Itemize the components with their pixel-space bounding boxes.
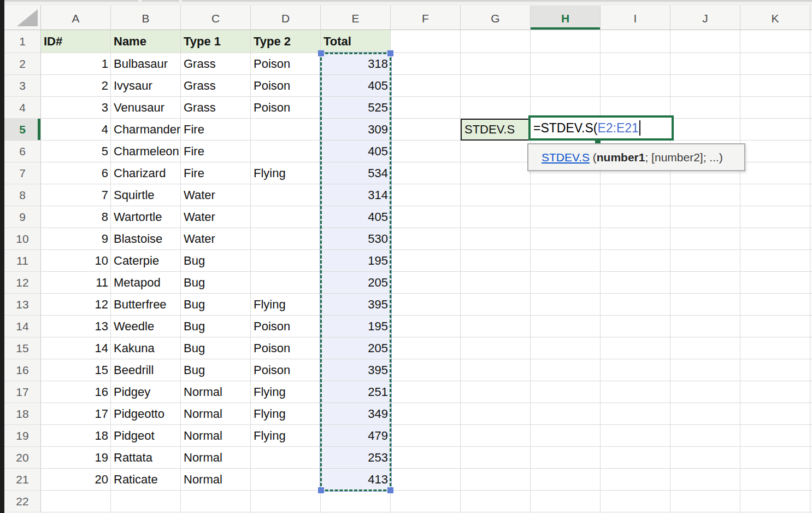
cell-G11[interactable] — [461, 250, 531, 272]
cell-I20[interactable] — [601, 447, 670, 469]
cell-F1[interactable] — [391, 30, 461, 53]
cell-H17[interactable] — [531, 381, 601, 403]
cell-B8[interactable]: Squirtle — [111, 184, 181, 206]
cell-E2[interactable]: 318 — [321, 53, 391, 75]
cell-B4[interactable]: Venusaur — [111, 97, 181, 119]
cell-G9[interactable] — [461, 206, 531, 228]
cell-H20[interactable] — [531, 447, 601, 469]
cell-B15[interactable]: Kakuna — [111, 337, 181, 359]
cell-C9[interactable]: Water — [181, 206, 251, 228]
cell-D17[interactable]: Flying — [251, 381, 321, 403]
cell-B19[interactable]: Pidgeot — [111, 425, 181, 447]
cell-B21[interactable]: Raticate — [111, 469, 181, 491]
cell-D2[interactable]: Poison — [251, 53, 321, 75]
cell-I11[interactable] — [601, 250, 670, 272]
cell-E3[interactable]: 405 — [321, 75, 391, 97]
cell-A7[interactable]: 6 — [41, 162, 111, 184]
cell-A16[interactable]: 15 — [41, 359, 111, 381]
cell-G20[interactable] — [461, 447, 531, 469]
row-header-18[interactable]: 18 — [4, 403, 41, 425]
cell-I13[interactable] — [601, 294, 670, 316]
cell-A17[interactable]: 16 — [41, 381, 111, 403]
row-header-10[interactable]: 10 — [4, 228, 41, 250]
cell-A18[interactable]: 17 — [41, 403, 111, 425]
cell-B7[interactable]: Charizard — [111, 162, 181, 184]
cell-H11[interactable] — [531, 250, 601, 272]
cell-F13[interactable] — [391, 294, 461, 316]
cell-K17[interactable] — [740, 381, 810, 403]
cell-H13[interactable] — [531, 294, 601, 316]
row-header-21[interactable]: 21 — [4, 469, 41, 491]
function-help-link[interactable]: STDEV.S — [542, 151, 590, 164]
cell-D1[interactable]: Type 2 — [251, 30, 321, 53]
cell-J11[interactable] — [670, 250, 740, 272]
cell-E1[interactable]: Total — [321, 30, 391, 53]
cell-B10[interactable]: Blastoise — [111, 228, 181, 250]
cell-I1[interactable] — [601, 30, 670, 53]
cell-C16[interactable]: Bug — [181, 359, 251, 381]
column-header-E[interactable]: E — [321, 5, 391, 30]
cell-G7[interactable] — [461, 162, 531, 184]
row-header-1[interactable]: 1 — [4, 30, 41, 53]
cell-A8[interactable]: 7 — [41, 184, 111, 206]
cell-D10[interactable] — [251, 228, 321, 250]
cell-K14[interactable] — [740, 316, 810, 337]
cell-J3[interactable] — [670, 75, 740, 97]
cell-K9[interactable] — [740, 206, 810, 228]
row-header-6[interactable]: 6 — [4, 141, 41, 162]
cell-K22[interactable] — [740, 491, 810, 512]
cell-E9[interactable]: 405 — [321, 206, 391, 228]
cell-D16[interactable]: Poison — [251, 359, 321, 381]
cell-C22[interactable] — [181, 491, 251, 512]
cell-G6[interactable] — [461, 141, 531, 162]
cell-H18[interactable] — [531, 403, 601, 425]
cell-E13[interactable]: 395 — [321, 294, 391, 316]
row-header-3[interactable]: 3 — [4, 75, 41, 97]
cell-A19[interactable]: 18 — [41, 425, 111, 447]
cell-F11[interactable] — [391, 250, 461, 272]
cell-C10[interactable]: Water — [181, 228, 251, 250]
cell-B14[interactable]: Weedle — [111, 316, 181, 337]
cell-D20[interactable] — [251, 447, 321, 469]
cell-F4[interactable] — [391, 97, 461, 119]
cell-I2[interactable] — [601, 53, 670, 75]
column-header-A[interactable]: A — [41, 5, 111, 30]
cell-H10[interactable] — [531, 228, 601, 250]
cell-K18[interactable] — [740, 403, 810, 425]
cell-B20[interactable]: Rattata — [111, 447, 181, 469]
cell-H15[interactable] — [531, 337, 601, 359]
cell-F8[interactable] — [391, 184, 461, 206]
cell-D12[interactable] — [251, 272, 321, 294]
cell-C14[interactable]: Bug — [181, 316, 251, 337]
cell-E6[interactable]: 405 — [321, 141, 391, 162]
cell-K5[interactable] — [740, 119, 810, 141]
cell-C4[interactable]: Grass — [181, 97, 251, 119]
cell-I14[interactable] — [601, 316, 670, 337]
cell-B12[interactable]: Metapod — [111, 272, 181, 294]
cell-B17[interactable]: Pidgey — [111, 381, 181, 403]
cell-D18[interactable]: Flying — [251, 403, 321, 425]
row-header-12[interactable]: 12 — [4, 272, 41, 294]
cell-A1[interactable]: ID# — [41, 30, 111, 53]
cell-B6[interactable]: Charmeleon — [111, 141, 181, 162]
cell-I9[interactable] — [601, 206, 670, 228]
cell-G1[interactable] — [461, 30, 531, 53]
cell-J20[interactable] — [670, 447, 740, 469]
cell-J8[interactable] — [670, 184, 740, 206]
cell-E18[interactable]: 349 — [321, 403, 391, 425]
cell-E20[interactable]: 253 — [321, 447, 391, 469]
cell-D14[interactable]: Poison — [251, 316, 321, 337]
cell-H3[interactable] — [531, 75, 601, 97]
cell-E21[interactable]: 413 — [321, 469, 391, 491]
cell-K16[interactable] — [740, 359, 810, 381]
cell-H1[interactable] — [531, 30, 601, 53]
cell-B11[interactable]: Caterpie — [111, 250, 181, 272]
cell-G17[interactable] — [461, 381, 531, 403]
cell-G4[interactable] — [461, 97, 531, 119]
row-header-2[interactable]: 2 — [4, 53, 41, 75]
cell-J4[interactable] — [670, 97, 740, 119]
cell-A6[interactable]: 5 — [41, 141, 111, 162]
cell-E14[interactable]: 195 — [321, 316, 391, 337]
select-all-button[interactable] — [4, 5, 41, 30]
cell-E11[interactable]: 195 — [321, 250, 391, 272]
